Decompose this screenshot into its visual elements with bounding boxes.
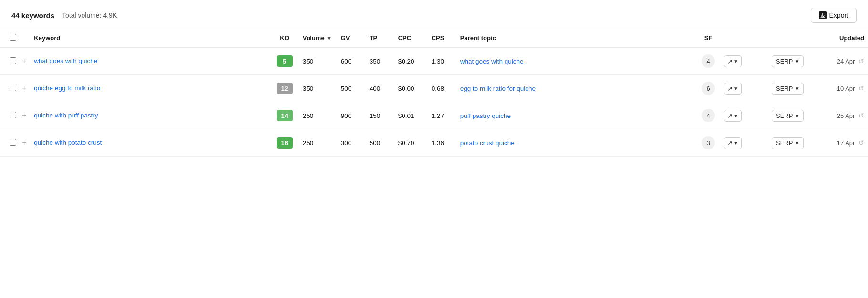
row-tp-cell: 400 — [366, 75, 394, 102]
row-keyword-cell: quiche egg to milk ratio — [30, 75, 270, 102]
row-volume-cell: 350 — [299, 75, 337, 102]
row-expand-cell[interactable]: + — [18, 47, 30, 75]
trend-icon: ↗ — [727, 139, 733, 147]
row-kd-cell: 14 — [270, 102, 299, 129]
serp-dropdown-arrow: ▼ — [795, 86, 799, 91]
row-kd-cell: 12 — [270, 75, 299, 102]
col-header-sf[interactable]: SF — [696, 29, 720, 47]
row-gv-cell: 300 — [337, 129, 366, 157]
serp-dropdown-button[interactable]: SERP ▼ — [772, 110, 804, 122]
parent-topic-link[interactable]: egg to milk ratio for quiche — [460, 85, 536, 92]
refresh-icon[interactable]: ↺ — [858, 112, 864, 119]
export-button[interactable]: Export — [811, 8, 857, 23]
row-expand-cell[interactable]: + — [18, 102, 30, 129]
row-checkbox[interactable] — [10, 112, 16, 118]
trend-dropdown-arrow: ▼ — [734, 140, 738, 146]
row-tp-cell: 350 — [366, 47, 394, 75]
col-header-serp — [768, 29, 820, 47]
row-gv-cell: 500 — [337, 75, 366, 102]
row-volume-cell: 250 — [299, 129, 337, 157]
parent-topic-link[interactable]: what goes with quiche — [460, 58, 524, 65]
row-parent-cell: puff pastry quiche — [456, 102, 696, 129]
keywords-table: Keyword KD Volume ▼ GV TP — [0, 29, 868, 157]
row-serp-cell: SERP ▼ — [768, 102, 820, 129]
page-wrapper: 44 keywords Total volume: 4.9K Export — [0, 0, 868, 298]
keyword-link[interactable]: quiche egg to milk ratio — [34, 85, 100, 92]
plus-header — [18, 29, 30, 47]
refresh-icon[interactable]: ↺ — [858, 139, 864, 147]
kd-badge: 5 — [277, 55, 293, 67]
row-sf-cell: 4 — [696, 102, 720, 129]
trend-icon: ↗ — [727, 58, 733, 65]
row-keyword-cell: what goes with quiche — [30, 47, 270, 75]
row-parent-cell: what goes with quiche — [456, 47, 696, 75]
row-cps-cell: 1.30 — [428, 47, 456, 75]
serp-dropdown-button[interactable]: SERP ▼ — [772, 55, 804, 67]
serp-dropdown-button[interactable]: SERP ▼ — [772, 83, 804, 95]
col-header-updated[interactable]: Updated — [820, 29, 868, 47]
row-checkbox-cell — [0, 129, 18, 157]
export-icon — [819, 11, 827, 19]
table-row: + quiche with potato crust 16 250 300 50… — [0, 129, 868, 157]
select-all-header — [0, 29, 18, 47]
sf-badge: 4 — [702, 109, 715, 122]
header-bar: 44 keywords Total volume: 4.9K Export — [0, 0, 868, 29]
serp-label: SERP — [776, 85, 793, 92]
col-header-tp[interactable]: TP — [366, 29, 394, 47]
volume-sort-arrow: ▼ — [326, 35, 331, 41]
serp-label: SERP — [776, 58, 793, 65]
col-header-parent-topic[interactable]: Parent topic — [456, 29, 696, 47]
row-checkbox[interactable] — [10, 139, 16, 146]
refresh-icon[interactable]: ↺ — [858, 85, 864, 92]
serp-dropdown-button[interactable]: SERP ▼ — [772, 137, 804, 149]
trend-button[interactable]: ↗ ▼ — [724, 83, 742, 95]
col-header-gv[interactable]: GV — [337, 29, 366, 47]
col-header-kd[interactable]: KD — [270, 29, 299, 47]
col-header-volume[interactable]: Volume ▼ — [299, 29, 337, 47]
row-expand-cell[interactable]: + — [18, 75, 30, 102]
row-kd-cell: 5 — [270, 47, 299, 75]
row-keyword-cell: quiche with potato crust — [30, 129, 270, 157]
row-updated-cell: 24 Apr ↺ — [820, 47, 868, 75]
row-checkbox[interactable] — [10, 85, 16, 91]
table-container: Keyword KD Volume ▼ GV TP — [0, 29, 868, 157]
row-serp-cell: SERP ▼ — [768, 75, 820, 102]
serp-label: SERP — [776, 112, 793, 119]
row-trend-cell: ↗ ▼ — [720, 102, 768, 129]
table-header-row: Keyword KD Volume ▼ GV TP — [0, 29, 868, 47]
export-label: Export — [829, 11, 848, 19]
row-checkbox-cell — [0, 75, 18, 102]
updated-date: 25 Apr — [837, 112, 855, 119]
trend-button[interactable]: ↗ ▼ — [724, 55, 742, 67]
row-kd-cell: 16 — [270, 129, 299, 157]
kd-badge: 16 — [277, 137, 293, 149]
row-sf-cell: 4 — [696, 47, 720, 75]
col-header-trend — [720, 29, 768, 47]
parent-topic-link[interactable]: puff pastry quiche — [460, 112, 511, 119]
kd-badge: 14 — [277, 110, 293, 121]
row-expand-cell[interactable]: + — [18, 129, 30, 157]
col-header-cps[interactable]: CPS — [428, 29, 456, 47]
parent-topic-link[interactable]: potato crust quiche — [460, 139, 515, 147]
row-checkbox-cell — [0, 47, 18, 75]
sf-badge: 4 — [702, 54, 715, 68]
select-all-checkbox[interactable] — [10, 34, 16, 41]
row-trend-cell: ↗ ▼ — [720, 47, 768, 75]
col-header-keyword[interactable]: Keyword — [30, 29, 270, 47]
row-serp-cell: SERP ▼ — [768, 47, 820, 75]
refresh-icon[interactable]: ↺ — [858, 57, 864, 65]
keyword-link[interactable]: what goes with quiche — [34, 57, 97, 64]
row-checkbox[interactable] — [10, 57, 16, 64]
col-header-cpc[interactable]: CPC — [394, 29, 428, 47]
trend-dropdown-arrow: ▼ — [734, 113, 738, 118]
serp-label: SERP — [776, 139, 793, 147]
keyword-link[interactable]: quiche with potato crust — [34, 139, 102, 146]
keyword-link[interactable]: quiche with puff pastry — [34, 112, 98, 119]
table-row: + quiche egg to milk ratio 12 350 500 40… — [0, 75, 868, 102]
row-trend-cell: ↗ ▼ — [720, 75, 768, 102]
trend-button[interactable]: ↗ ▼ — [724, 110, 742, 122]
row-updated-cell: 17 Apr ↺ — [820, 129, 868, 157]
trend-button[interactable]: ↗ ▼ — [724, 137, 742, 149]
row-cpc-cell: $0.01 — [394, 102, 428, 129]
row-volume-cell: 250 — [299, 102, 337, 129]
